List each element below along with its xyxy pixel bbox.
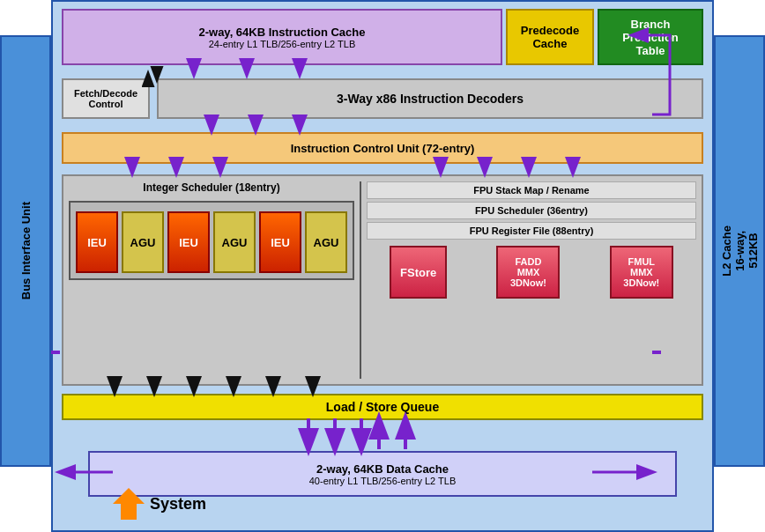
system-text: System	[150, 495, 206, 514]
decoder-box: 3-Way x86 Instruction Decoders	[157, 78, 703, 119]
icu-box: Instruction Control Unit (72-entry)	[62, 132, 703, 164]
ieu-label-3: IEU	[271, 236, 290, 249]
predecode-cache-box: PredecodeCache	[506, 9, 594, 65]
fmul-label: FMULMMX3DNow!	[623, 256, 659, 288]
data-cache-sub-text: 40-entry L1 TLB/256-entry L2 TLB	[309, 476, 457, 486]
ieu-label-2: IEU	[179, 236, 198, 249]
top-row: 2-way, 64KB Instruction Cache 24-entry L…	[62, 9, 703, 65]
l2-cache-panel: L2 Cache16-way,512KB	[714, 35, 765, 467]
data-cache-main-text: 2-way, 64KB Data Cache	[316, 462, 449, 476]
fmul-box: FMULMMX3DNow!	[610, 246, 673, 299]
fetch-decode-box: Fetch/DecodeControl	[62, 78, 150, 119]
fpu-units-row: FStore FADDMMX3DNow! FMULMMX3DNow!	[367, 246, 696, 299]
lsq-label: Load / Store Queue	[326, 400, 439, 414]
fpu-stack-map-label: FPU Stack Map / Rename	[367, 181, 696, 199]
bus-interface-unit: Bus Interface Unit	[0, 35, 51, 467]
diagram-container: Bus Interface Unit L2 Cache16-way,512KB …	[0, 0, 765, 532]
main-inner: 2-way, 64KB Instruction Cache 24-entry L…	[51, 0, 714, 532]
ieu-box-3: IEU	[259, 211, 301, 273]
fstore-box: FStore	[390, 246, 447, 299]
instruction-cache-box: 2-way, 64KB Instruction Cache 24-entry L…	[62, 9, 502, 65]
decoder-label: 3-Way x86 Instruction Decoders	[337, 92, 524, 106]
agu-box-2: AGU	[213, 211, 256, 273]
fstore-label: FStore	[400, 266, 436, 279]
ieu-box-1: IEU	[76, 211, 118, 273]
load-store-queue-box: Load / Store Queue	[62, 394, 703, 420]
agu-box-3: AGU	[305, 211, 347, 273]
agu-label-1: AGU	[130, 236, 156, 249]
l2-cache-label: L2 Cache16-way,512KB	[720, 225, 760, 277]
int-sched-label: Integer Scheduler (18entry)	[69, 181, 354, 194]
system-arrow-icon	[113, 488, 145, 520]
fetch-decode-row: Fetch/DecodeControl 3-Way x86 Instructio…	[62, 76, 703, 122]
agu-label-2: AGU	[222, 236, 248, 249]
ieu-label-1: IEU	[87, 236, 107, 249]
divider	[360, 181, 361, 379]
icu-label: Instruction Control Unit (72-entry)	[291, 142, 475, 155]
execution-area: Integer Scheduler (18entry) IEU AGU IEU	[62, 174, 703, 386]
fpu-area: FPU Stack Map / Rename FPU Scheduler (36…	[367, 181, 696, 379]
fadd-box: FADDMMX3DNow!	[496, 246, 560, 299]
system-label: System	[113, 488, 206, 520]
ieu-box-2: IEU	[167, 211, 210, 273]
fpu-scheduler-label: FPU Scheduler (36entry)	[367, 202, 696, 219]
icu-row: Instruction Control Unit (72-entry)	[62, 132, 703, 164]
fetch-decode-label: Fetch/DecodeControl	[74, 88, 137, 109]
ieu-agu-row: IEU AGU IEU AGU IEU	[76, 211, 347, 273]
agu-box-1: AGU	[122, 211, 164, 273]
inst-cache-sub-text: 24-entry L1 TLB/256-entry L2 TLB	[209, 39, 356, 49]
fpu-reg-file-label: FPU Register File (88entry)	[367, 222, 696, 240]
fadd-label: FADDMMX3DNow!	[510, 256, 546, 288]
branch-pred-label: BranchPredictionTable	[622, 18, 679, 57]
agu-label-3: AGU	[314, 236, 339, 249]
branch-prediction-table-box: BranchPredictionTable	[598, 9, 703, 65]
svg-marker-0	[113, 488, 145, 520]
integer-scheduler-area: Integer Scheduler (18entry) IEU AGU IEU	[69, 181, 354, 379]
load-store-queue-row: Load / Store Queue	[62, 394, 703, 420]
predecode-label: PredecodeCache	[521, 24, 579, 50]
inst-cache-main-text: 2-way, 64KB Instruction Cache	[198, 26, 365, 39]
bus-interface-unit-label: Bus Interface Unit	[19, 202, 33, 299]
